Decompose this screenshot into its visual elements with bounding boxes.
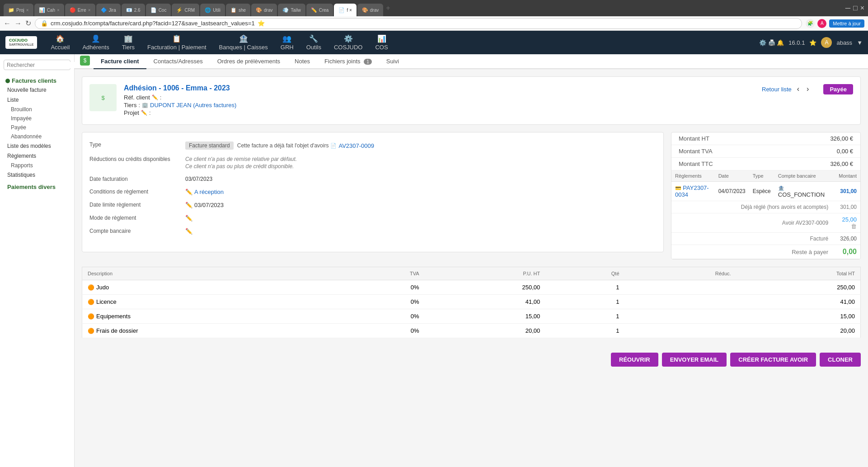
nav-star: ⭐ (809, 39, 816, 46)
nav-cos[interactable]: 📊 COS (369, 33, 394, 52)
avoir-link[interactable]: AV2307-0009 (338, 142, 374, 149)
section-dot (5, 79, 10, 83)
retour-liste-link[interactable]: Retour liste (762, 86, 792, 93)
ref-edit-icon[interactable]: ✏️ (152, 94, 158, 100)
line-tva-licence: 0% (340, 295, 424, 309)
sidebar-item-abandonnee[interactable]: Abandonnée (0, 132, 74, 141)
prev-invoice-btn[interactable]: ‹ (795, 84, 801, 94)
browser-tab-drav2[interactable]: 🎨 drav (357, 4, 383, 16)
browser-tab-she[interactable]: 📋 she (226, 4, 250, 16)
browser-tab-crea[interactable]: ✏️ Crea (306, 4, 333, 16)
browser-tab-util[interactable]: 🌐 Utili (200, 4, 225, 16)
grh-icon: 👥 (282, 34, 291, 43)
conditions-edit-icon[interactable]: ✏️ (185, 189, 192, 195)
app-logo[interactable]: CO/JUDO SARTROUVILLE (5, 36, 37, 48)
avoir-button[interactable]: CRÉER FACTURE AVOIR (730, 353, 816, 367)
sidebar-item-reglements[interactable]: Règlements (0, 151, 74, 161)
compte-edit-icon[interactable]: ✏️ (185, 228, 192, 235)
pay-date-cell: 04/07/2023 (715, 182, 749, 201)
avoir-delete-icon[interactable]: 🗑 (851, 223, 857, 230)
browser-tabs-bar: 📁 Proj× 📊 Cah× 🔴 Erre× 🔷 Jira 📧 2.6 📄 Co… (0, 0, 868, 16)
sidebar-item-nouvelle-facture[interactable]: Nouvelle facture (0, 85, 74, 95)
invoice-icon-btn[interactable]: $ (80, 56, 90, 66)
browser-tab-active[interactable]: 📄 f × (334, 4, 356, 16)
nav-grh[interactable]: 👥 GRH (274, 33, 300, 52)
next-invoice-btn[interactable]: › (805, 84, 811, 94)
close-btn[interactable]: × (860, 4, 864, 12)
clone-button[interactable]: CLONER (820, 353, 861, 367)
sidebar-item-impayee[interactable]: Impayée (0, 114, 74, 123)
pay-type-cell: Espèce (749, 182, 774, 201)
tab-fichiers[interactable]: Fichiers joints 1 (317, 54, 379, 69)
nav-outils[interactable]: 🔧 Outils (300, 33, 328, 52)
browser-tab-drav[interactable]: 🎨 drav (251, 4, 277, 16)
type-value: Facture standard Cette facture a déjà fa… (185, 140, 656, 151)
sidebar-search-box[interactable]: ▾ (4, 60, 70, 70)
forward-btn[interactable]: → (14, 19, 22, 28)
new-tab-btn[interactable]: + (386, 4, 390, 12)
date-limite-edit-icon[interactable]: ✏️ (185, 202, 192, 208)
tab-notes[interactable]: Notes (287, 54, 317, 69)
browser-tab-erre[interactable]: 🔴 Erre× (65, 4, 95, 16)
nav-banques[interactable]: 🏦 Banques | Caisses (213, 33, 274, 52)
profile-icon[interactable]: A (817, 19, 826, 28)
tab-facture-client[interactable]: Facture client (94, 54, 146, 69)
browser-tab-jira[interactable]: 🔷 Jira (96, 4, 121, 16)
browser-tab-tailw[interactable]: 💨 Tailw (278, 4, 305, 16)
nav-cosjudo[interactable]: ⚙️ COSJUDO (328, 33, 369, 52)
line-icon-licence: 🟠 (88, 299, 94, 305)
status-badge: Payée (823, 84, 853, 94)
back-btn[interactable]: ← (4, 19, 11, 28)
browser-tab-cah[interactable]: 📊 Cah× (34, 4, 64, 16)
nav-facturation[interactable]: 📋 Facturation | Paiement (141, 33, 213, 52)
mode-edit-icon[interactable]: ✏️ (185, 215, 192, 222)
sidebar-item-rapports[interactable]: Rapports (0, 161, 74, 170)
line-pu-judo: 250,00 (425, 280, 546, 295)
line-item-licence: 🟠 Licence 0% 41,00 1 41,00 (82, 295, 861, 309)
col-reglements: Règlements (671, 170, 715, 182)
conditions-link[interactable]: A réception (194, 189, 224, 195)
extensions-icon[interactable]: 🧩 (806, 19, 815, 28)
update-button[interactable]: Mettre à jour (829, 19, 864, 28)
nav-tiers[interactable]: 🏢 Tiers (116, 33, 141, 52)
refresh-btn[interactable]: ↻ (25, 19, 31, 28)
no-remise-text: Ce client n'a pas de remise relative par… (185, 156, 297, 162)
col-qty: Qté (545, 267, 624, 280)
sidebar-item-brouillon[interactable]: Brouillon (0, 105, 74, 114)
fichiers-badge: 1 (364, 59, 372, 65)
minimize-btn[interactable]: ─ (845, 4, 850, 12)
sidebar-item-statistiques[interactable]: Statistiques (0, 170, 74, 180)
tab-contacts[interactable]: Contacts/Adresses (146, 54, 210, 69)
reopen-button[interactable]: RÉOUVRIR (611, 353, 658, 367)
tiers-field: Tiers : 🏢 DUPONT JEAN (Autres factures) (124, 102, 755, 108)
tab-suivi[interactable]: Suivi (379, 54, 406, 69)
sidebar-item-payee[interactable]: Payée (0, 123, 74, 132)
sidebar-item-liste-modeles[interactable]: Liste des modèles (0, 141, 74, 151)
sidebar-item-liste[interactable]: Liste (0, 95, 74, 105)
reste-amount: 0,00 (843, 248, 857, 255)
search-input[interactable] (7, 62, 75, 68)
nav-right: ⚙️ 🖨️ 🔔 16.0.1 ⭐ A abass ▼ (759, 37, 863, 48)
conditions-label: Conditions de règlement (89, 187, 180, 197)
browser-tab-crm[interactable]: ⚡ CRM (172, 4, 199, 16)
user-dropdown-icon[interactable]: ▼ (857, 39, 863, 46)
app-navigation: CO/JUDO SARTROUVILLE 🏠 Accueil 👤 Adhéren… (0, 31, 868, 54)
tab-ordres[interactable]: Ordres de prélèvements (210, 54, 287, 69)
email-button[interactable]: ENVOYER EMAIL (662, 353, 727, 367)
line-items-table: Description TVA P.U. HT Qté Réduc. Total… (82, 267, 861, 338)
browser-tab-coc[interactable]: 📄 Coc (146, 4, 171, 16)
user-avatar[interactable]: A (821, 37, 832, 48)
browser-tab-proj[interactable]: 📁 Proj× (4, 4, 33, 16)
line-qty-equipements: 1 (545, 309, 624, 324)
projet-edit-icon[interactable]: ✏️ (141, 110, 147, 116)
tiers-link[interactable]: DUPONT JEAN (Autres factures) (150, 102, 236, 108)
bank-icon: 🏦 (778, 185, 784, 191)
browser-tab-26[interactable]: 📧 2.6 (122, 4, 145, 16)
outils-icon: 🔧 (309, 34, 318, 43)
nav-adherents[interactable]: 👤 Adhérents (76, 33, 115, 52)
url-display[interactable]: 🔒 crm.cosjudo.fr/compta/facture/card.php… (35, 18, 802, 29)
maximize-btn[interactable]: □ (853, 4, 858, 12)
payments-table: Règlements Date Type Compte bancaire Mon… (671, 170, 860, 259)
nav-icons: ⚙️ 🖨️ 🔔 (759, 39, 784, 46)
nav-accueil[interactable]: 🏠 Accueil (44, 33, 76, 52)
